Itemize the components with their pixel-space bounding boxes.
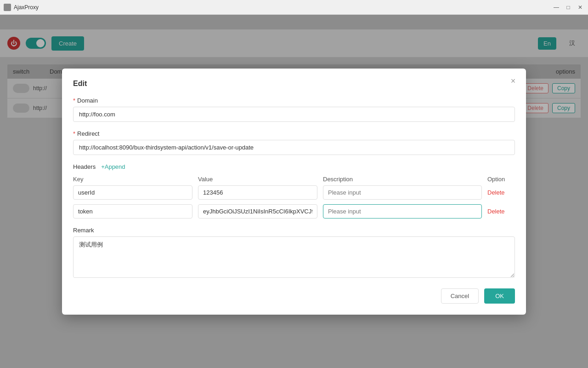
col-desc-header: Description: [323, 176, 482, 183]
headers-section: Headers +Append Key Value Description Op…: [73, 163, 515, 218]
remark-section: Remark 测试用例: [73, 227, 515, 279]
append-link[interactable]: +Append: [101, 163, 125, 170]
header-opt-1: Delete: [487, 189, 515, 196]
header-row-2: Delete: [73, 204, 515, 218]
domain-input[interactable]: [73, 107, 515, 122]
modal-footer: Cancel OK: [73, 288, 515, 304]
header-value-input-1[interactable]: [198, 185, 317, 200]
remark-textarea[interactable]: 测试用例: [73, 236, 515, 278]
app-title: AjaxProxy: [14, 4, 552, 11]
col-opt-header: Option: [487, 176, 515, 183]
minimize-button[interactable]: —: [552, 3, 560, 12]
header-desc-input-2[interactable]: [323, 204, 482, 218]
header-key-input-1[interactable]: [73, 185, 192, 200]
modal-title: Edit: [73, 80, 515, 88]
remark-label: Remark: [73, 227, 515, 234]
redirect-label: *Redirect: [73, 130, 515, 137]
redirect-input[interactable]: [73, 140, 515, 155]
edit-modal: Edit × *Domain *Redirect Headers +Append: [62, 69, 526, 315]
modal-overlay: Edit × *Domain *Redirect Headers +Append: [0, 15, 588, 368]
window-controls: — □ ✕: [552, 3, 584, 12]
app-icon: [4, 4, 11, 11]
redirect-required: *: [73, 130, 75, 137]
title-bar: AjaxProxy — □ ✕: [0, 0, 588, 15]
headers-col-header: Key Value Description Option: [73, 176, 515, 183]
headers-label: Headers: [73, 163, 96, 170]
ok-button[interactable]: OK: [484, 288, 515, 304]
header-key-input-2[interactable]: [73, 204, 192, 218]
header-desc-input-1[interactable]: [323, 185, 482, 200]
headers-table: Key Value Description Option Delete: [73, 176, 515, 218]
header-opt-2: Delete: [487, 208, 515, 215]
header-delete-button-1[interactable]: Delete: [487, 189, 505, 196]
header-value-input-2[interactable]: [198, 204, 317, 218]
redirect-field-group: *Redirect: [73, 130, 515, 155]
domain-field-group: *Domain: [73, 97, 515, 122]
close-window-button[interactable]: ✕: [576, 3, 584, 12]
domain-required: *: [73, 97, 75, 104]
header-row-1: Delete: [73, 185, 515, 200]
domain-label: *Domain: [73, 97, 515, 104]
modal-close-button[interactable]: ×: [508, 76, 519, 87]
col-value-header: Value: [198, 176, 317, 183]
col-key-header: Key: [73, 176, 192, 183]
headers-title-row: Headers +Append: [73, 163, 515, 170]
header-delete-button-2[interactable]: Delete: [487, 208, 505, 215]
maximize-button[interactable]: □: [564, 3, 572, 12]
cancel-button[interactable]: Cancel: [441, 288, 479, 304]
